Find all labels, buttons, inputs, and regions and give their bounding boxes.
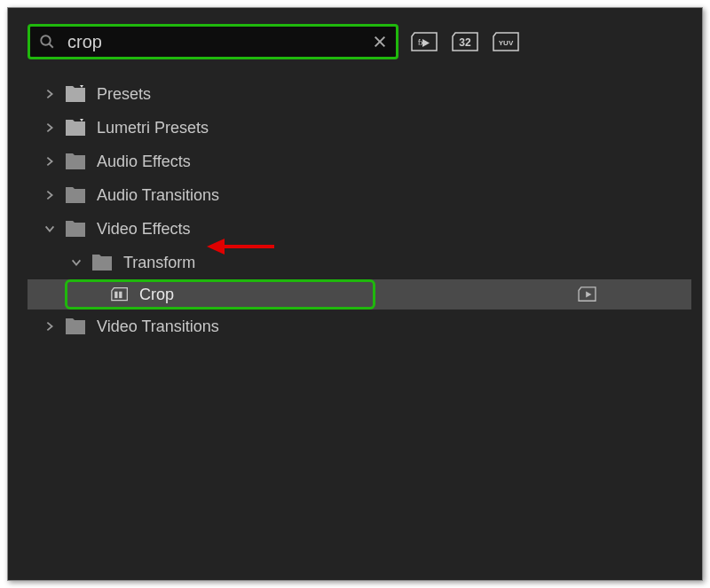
tree-label: Audio Transitions [97, 186, 219, 205]
effect-icon [111, 286, 129, 302]
tree-item-lumetri-presets[interactable]: Lumetri Presets [28, 111, 691, 145]
svg-line-1 [49, 43, 53, 48]
search-icon [39, 34, 55, 50]
chevron-right-icon [43, 155, 56, 168]
svg-text:fx: fx [418, 38, 425, 47]
chevron-right-icon [43, 88, 56, 100]
svg-marker-12 [586, 291, 591, 297]
tree-item-video-effects[interactable]: Video Effects [28, 212, 691, 246]
tree-item-audio-transitions[interactable]: Audio Transitions [28, 178, 691, 212]
accelerated-effects-icon[interactable]: fx [411, 31, 439, 52]
chevron-right-icon [43, 189, 56, 201]
chevron-right-icon [43, 320, 56, 333]
svg-rect-11 [119, 292, 122, 299]
folder-icon [65, 318, 86, 335]
folder-icon [91, 254, 113, 271]
tree-label: Video Transitions [97, 318, 219, 336]
folder-icon [65, 220, 86, 238]
effects-panel: fx 32 YUV Prese [7, 7, 703, 581]
preset-folder-icon [65, 119, 86, 137]
tree-label: Audio Effects [97, 153, 191, 171]
svg-marker-8 [80, 85, 83, 88]
clear-search-icon[interactable] [373, 35, 387, 49]
folder-icon [65, 153, 86, 170]
folder-icon [65, 186, 86, 204]
svg-marker-9 [80, 119, 83, 122]
chevron-right-icon [43, 122, 56, 134]
chevron-down-icon [43, 223, 56, 235]
yuv-effects-icon[interactable]: YUV [493, 31, 521, 52]
accelerated-badge-icon [578, 286, 597, 302]
effects-tree: Presets Lumetri Presets Audio Effects Au… [28, 77, 691, 343]
search-input[interactable] [67, 32, 373, 52]
svg-text:YUV: YUV [499, 39, 514, 47]
filter-icons: fx 32 YUV [411, 31, 521, 52]
tree-label: Lumetri Presets [97, 119, 209, 137]
top-toolbar: fx 32 YUV [28, 24, 691, 59]
svg-text:32: 32 [459, 36, 471, 49]
chevron-down-icon [70, 256, 83, 269]
tree-label: Presets [97, 85, 151, 104]
tree-item-video-transitions[interactable]: Video Transitions [28, 310, 691, 343]
tree-item-crop[interactable]: Crop [28, 279, 691, 310]
svg-point-0 [41, 35, 51, 45]
tree-label: Video Effects [97, 220, 190, 239]
tree-label: Crop [139, 286, 174, 304]
32bit-effects-icon[interactable]: 32 [452, 31, 480, 52]
svg-rect-10 [114, 292, 117, 299]
preset-folder-icon [65, 85, 86, 103]
tree-item-presets[interactable]: Presets [28, 77, 691, 111]
tree-item-transform[interactable]: Transform [28, 246, 691, 279]
tree-item-audio-effects[interactable]: Audio Effects [28, 145, 691, 178]
tree-label: Transform [123, 254, 195, 272]
search-box [28, 24, 398, 59]
